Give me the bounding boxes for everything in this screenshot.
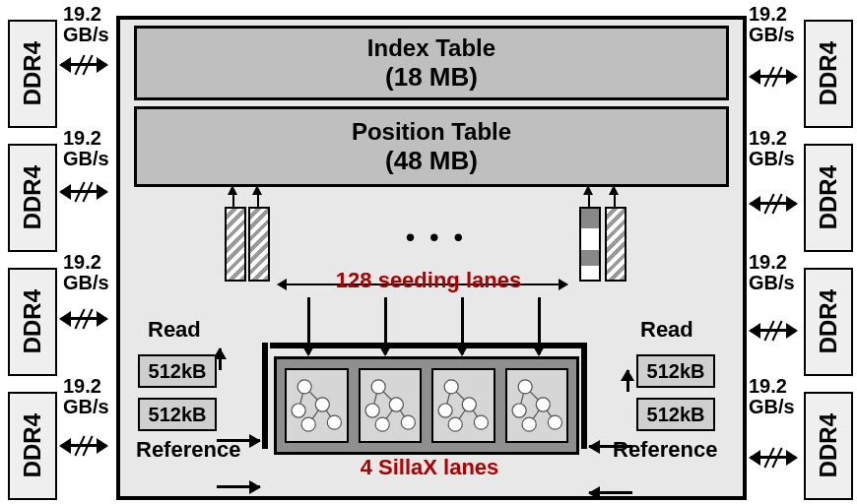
sillax-caption: 4 SillaX lanes xyxy=(341,455,518,480)
position-table-size: (48 MB) xyxy=(385,146,478,176)
seeding-lane-bar xyxy=(579,207,601,282)
buffer-512kb: 512kB xyxy=(636,398,715,431)
lane-up-stem xyxy=(588,193,590,207)
bus-arrow-left-2 xyxy=(61,317,106,320)
ddr4-left-1: DDR4 xyxy=(8,144,57,252)
sillax-lane xyxy=(359,368,423,443)
bw-right-2: 19.2GB/s xyxy=(749,252,795,293)
bw-right-1: 19.2GB/s xyxy=(749,128,795,169)
ddr4-left-3: DDR4 xyxy=(8,392,57,500)
seeding-lane-bar xyxy=(605,207,626,282)
ddr4-label: DDR4 xyxy=(815,289,842,353)
bw-left-0: 19.2GB/s xyxy=(63,4,109,45)
seeding-down-arrow xyxy=(538,297,541,354)
svg-point-24 xyxy=(438,404,452,417)
svg-point-15 xyxy=(365,404,379,417)
svg-point-26 xyxy=(448,417,462,431)
read-label-left: Read xyxy=(148,317,201,343)
ddr4-right-2: DDR4 xyxy=(804,268,853,376)
svg-point-31 xyxy=(518,380,532,394)
bus-arrow-left-1 xyxy=(61,190,106,193)
seeding-lane-bar xyxy=(225,207,246,282)
svg-point-8 xyxy=(301,417,315,431)
svg-point-7 xyxy=(327,415,341,429)
index-table-title: Index Table xyxy=(367,34,495,62)
seeding-down-arrow xyxy=(384,297,387,354)
bw-left-2: 19.2GB/s xyxy=(63,252,109,293)
bus-arrow-right-0 xyxy=(751,75,796,78)
svg-point-25 xyxy=(474,415,488,429)
seeding-lane-bar xyxy=(248,207,270,282)
ddr4-left-2: DDR4 xyxy=(8,268,57,376)
reference-label-right: Reference xyxy=(613,437,717,463)
svg-point-5 xyxy=(315,398,329,411)
bus-arrow-right-2 xyxy=(751,329,796,332)
lane-up-arrow-icon xyxy=(228,185,237,195)
svg-point-32 xyxy=(536,398,550,411)
read-up-arrow-right xyxy=(626,370,629,392)
bw-left-1: 19.2GB/s xyxy=(63,128,109,169)
reference-label-left: Reference xyxy=(136,437,240,463)
sillax-lane xyxy=(505,368,569,443)
graph-icon xyxy=(361,370,421,441)
svg-point-22 xyxy=(444,380,458,394)
buffer-512kb: 512kB xyxy=(138,354,217,388)
sillax-lane xyxy=(431,368,495,443)
ddr4-label: DDR4 xyxy=(815,165,842,229)
ddr4-label: DDR4 xyxy=(19,413,46,477)
seeding-down-arrow xyxy=(307,297,310,354)
bus-arrow-left-0 xyxy=(61,63,106,66)
ddr4-label: DDR4 xyxy=(815,413,842,477)
svg-point-6 xyxy=(292,404,305,417)
vertical-bus-left xyxy=(262,343,268,449)
position-table-title: Position Table xyxy=(352,118,511,146)
seeding-lanes-caption: 128 seeding lanes xyxy=(325,268,532,293)
svg-point-17 xyxy=(375,417,389,431)
svg-point-4 xyxy=(297,380,311,394)
bw-right-0: 19.2GB/s xyxy=(749,4,795,45)
index-table-block: Index Table (18 MB) xyxy=(134,26,729,100)
read-up-arrow-left xyxy=(219,348,222,370)
bus-arrow-right-3 xyxy=(751,456,796,459)
lane-up-stem xyxy=(614,193,616,207)
ddr4-label: DDR4 xyxy=(19,165,46,229)
graph-icon xyxy=(287,370,347,441)
lane-up-arrow-icon xyxy=(583,185,593,195)
buffer-512kb: 512kB xyxy=(138,398,217,431)
lane-up-arrow-icon xyxy=(252,185,262,195)
svg-point-16 xyxy=(401,415,415,429)
svg-point-14 xyxy=(389,398,403,411)
lane-up-stem xyxy=(232,193,234,207)
read-label-right: Read xyxy=(640,317,693,343)
ellipsis: • • • xyxy=(406,222,467,253)
ddr4-label: DDR4 xyxy=(815,41,842,105)
bw-left-3: 19.2GB/s xyxy=(63,376,109,417)
bus-arrow-right-1 xyxy=(751,202,796,205)
sillax-lanes-block xyxy=(274,356,579,455)
seeding-down-arrow xyxy=(461,297,464,354)
bus-arrow-left-3 xyxy=(61,444,106,447)
buffer-512kb: 512kB xyxy=(636,354,715,388)
ddr4-left-0: DDR4 xyxy=(8,20,57,128)
ddr4-right-1: DDR4 xyxy=(804,144,853,252)
bw-right-3: 19.2GB/s xyxy=(749,376,795,417)
ddr4-right-3: DDR4 xyxy=(804,392,853,500)
architecture-diagram: DDR4 DDR4 DDR4 DDR4 19.2GB/s 19.2GB/s 19… xyxy=(0,0,857,504)
svg-point-13 xyxy=(371,380,385,394)
ddr4-right-0: DDR4 xyxy=(804,20,853,128)
svg-point-34 xyxy=(548,415,561,429)
buf-to-bus-arrow xyxy=(217,485,260,488)
graph-icon xyxy=(507,370,567,441)
graph-icon xyxy=(433,370,494,441)
svg-point-35 xyxy=(522,417,536,431)
lane-up-stem xyxy=(257,193,259,207)
buf-to-bus-arrow xyxy=(589,491,632,494)
lane-up-arrow-icon xyxy=(609,185,619,195)
sillax-lane xyxy=(285,368,349,443)
svg-point-33 xyxy=(512,404,526,417)
position-table-block: Position Table (48 MB) xyxy=(134,106,729,187)
ddr4-label: DDR4 xyxy=(19,289,46,353)
index-table-size: (18 MB) xyxy=(385,62,478,93)
svg-point-23 xyxy=(462,398,476,411)
ddr4-label: DDR4 xyxy=(19,41,46,105)
